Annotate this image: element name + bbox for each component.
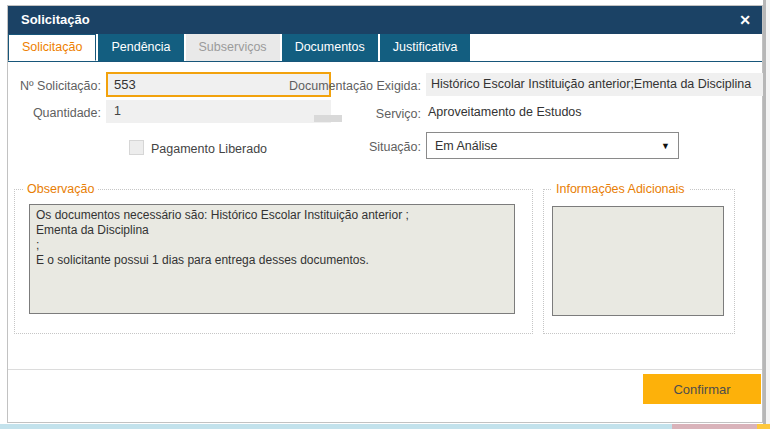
tab-subservicos: Subserviços [186,34,280,61]
servico-label: Serviço: [288,107,421,121]
documentacao-exigida-label: Documentação Exigida: [288,79,421,93]
numero-solicitacao-label: Nº Solicitação: [8,79,101,93]
informacoes-adicionais-textarea[interactable] [552,206,724,316]
servico-value: Aproveitamento de Estudos [428,105,582,119]
dialog-title: Solicitação [21,12,90,27]
situacao-selected-value: Em Análise [435,139,498,153]
chevron-down-icon: ▼ [661,141,670,151]
tab-solicitacao[interactable]: Solicitação [8,34,96,61]
confirm-button[interactable]: Confirmar [643,374,761,404]
background-strip-pink [672,424,757,429]
solicitacao-dialog: Solicitação ✕ Solicitação Pendência Subs… [7,5,763,423]
informacoes-adicionais-legend: Informações Adicionais [552,182,689,196]
dialog-footer: Confirmar [8,369,762,422]
observacao-fieldset: Observação Os documentos necessário são:… [14,182,533,334]
observacao-legend: Observação [23,182,98,196]
tab-bar: Solicitação Pendência Subserviços Docume… [8,34,762,62]
observacao-textarea[interactable]: Os documentos necessário são: Histórico … [29,204,515,314]
situacao-select[interactable]: Em Análise ▼ [426,132,679,159]
documentacao-exigida-field: Histórico Escolar Instituição anterior;E… [426,73,763,96]
pagamento-liberado-label: Pagamento Liberado [151,142,267,156]
informacoes-adicionais-fieldset: Informações Adicionais [543,182,735,334]
tab-justificativa[interactable]: Justificativa [380,34,471,61]
close-icon[interactable]: ✕ [739,11,751,29]
dialog-titlebar: Solicitação ✕ [8,6,762,34]
situacao-label: Situação: [288,140,421,154]
pagamento-liberado-checkbox[interactable] [129,140,144,155]
quantidade-label: Quantidade: [8,106,101,120]
tab-pendencia[interactable]: Pendência [98,34,183,61]
background-strip-blue [0,424,672,429]
background-strip-yellow [757,424,770,429]
tab-documentos[interactable]: Documentos [282,34,378,61]
background-page-margin [766,0,770,429]
